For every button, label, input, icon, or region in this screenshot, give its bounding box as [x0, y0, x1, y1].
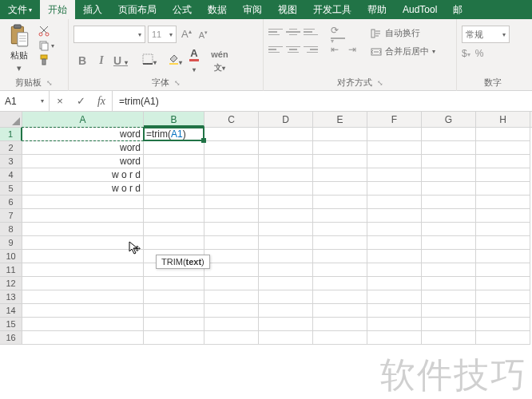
dialog-launcher-icon[interactable]: ⤡ — [377, 79, 383, 87]
cell[interactable] — [204, 155, 259, 168]
cell[interactable] — [204, 304, 259, 318]
cell[interactable] — [259, 155, 313, 168]
merge-center-button[interactable]: 合并后居中 ▾ — [371, 45, 435, 57]
cut-button[interactable] — [38, 26, 54, 37]
cell[interactable] — [367, 304, 422, 318]
cell[interactable] — [259, 236, 313, 250]
formula-input[interactable]: =trim(A1) — [113, 91, 532, 111]
row-header[interactable]: 15 — [0, 318, 22, 331]
underline-button[interactable]: U ▾ — [112, 54, 129, 67]
cell[interactable] — [204, 318, 259, 331]
italic-button[interactable]: I — [93, 54, 110, 67]
cell[interactable] — [422, 263, 476, 277]
cell[interactable] — [259, 182, 313, 196]
cell[interactable] — [144, 155, 204, 168]
cell[interactable] — [367, 209, 422, 223]
cell[interactable]: w o r d — [22, 168, 144, 182]
tab-help[interactable]: 帮助 — [359, 0, 395, 19]
select-all-corner[interactable] — [0, 112, 22, 127]
row-header[interactable]: 8 — [0, 223, 22, 236]
cell[interactable] — [22, 263, 144, 277]
col-header-a[interactable]: A — [22, 112, 144, 127]
cell[interactable] — [476, 182, 530, 196]
cell[interactable] — [476, 128, 530, 141]
cell[interactable] — [259, 223, 313, 236]
cell[interactable] — [22, 290, 144, 304]
cell[interactable] — [144, 331, 204, 345]
cell[interactable] — [422, 209, 476, 223]
cell[interactable] — [144, 318, 204, 331]
col-header-e[interactable]: E — [313, 112, 367, 127]
cell[interactable] — [259, 128, 313, 141]
wrap-text-button[interactable]: 自动换行 — [371, 27, 435, 39]
cell[interactable] — [476, 331, 530, 345]
cell[interactable] — [422, 155, 476, 168]
cell[interactable] — [144, 141, 204, 155]
cell[interactable] — [367, 168, 422, 182]
row-header[interactable]: 1 — [0, 128, 22, 141]
tab-home[interactable]: 开始 — [40, 0, 75, 19]
row-header[interactable]: 3 — [0, 155, 22, 168]
phonetic-button[interactable]: wén文▾ — [211, 47, 228, 73]
cell[interactable] — [313, 209, 367, 223]
dialog-launcher-icon[interactable]: ⤡ — [174, 79, 181, 87]
bold-button[interactable]: B — [73, 54, 91, 67]
cell[interactable] — [367, 128, 422, 141]
cell[interactable] — [313, 250, 367, 263]
cell[interactable] — [144, 209, 204, 223]
cell[interactable] — [144, 182, 204, 196]
cell[interactable] — [204, 263, 259, 277]
cell[interactable] — [144, 196, 204, 209]
cell[interactable] — [476, 263, 530, 277]
cell[interactable] — [313, 277, 367, 290]
format-painter-button[interactable] — [38, 54, 54, 65]
cell[interactable] — [204, 331, 259, 345]
border-button[interactable]: ▾ — [141, 53, 158, 67]
cell[interactable] — [422, 168, 476, 182]
row-header[interactable]: 9 — [0, 236, 22, 250]
cell[interactable] — [367, 182, 422, 196]
cell[interactable] — [422, 318, 476, 331]
cell[interactable] — [204, 182, 259, 196]
cell[interactable]: w o r d — [22, 182, 144, 196]
tab-developer[interactable]: 开发工具 — [305, 0, 359, 19]
copy-button[interactable]: ▾ — [38, 40, 54, 51]
fill-color-button[interactable]: ▾ — [166, 53, 184, 67]
col-header-b[interactable]: B — [144, 112, 204, 127]
tab-audtool[interactable]: AudTool — [395, 0, 445, 19]
row-header[interactable]: 10 — [0, 250, 22, 263]
col-header-f[interactable]: F — [367, 112, 422, 127]
cell[interactable] — [259, 304, 313, 318]
cell[interactable] — [22, 331, 144, 345]
align-left-button[interactable] — [268, 43, 283, 56]
tab-formulas[interactable]: 公式 — [165, 0, 200, 19]
cell[interactable] — [422, 196, 476, 209]
cell[interactable] — [367, 223, 422, 236]
cell[interactable] — [367, 250, 422, 263]
cell[interactable] — [204, 209, 259, 223]
cell[interactable] — [367, 141, 422, 155]
row-header[interactable]: 16 — [0, 331, 22, 345]
col-header-d[interactable]: D — [259, 112, 313, 127]
cell[interactable] — [259, 250, 313, 263]
cell[interactable] — [204, 168, 259, 182]
fill-handle[interactable] — [201, 138, 206, 143]
cell[interactable] — [422, 250, 476, 263]
cell[interactable] — [259, 331, 313, 345]
cell[interactable] — [367, 196, 422, 209]
cell[interactable] — [313, 155, 367, 168]
tab-file[interactable]: 文件▾ — [0, 0, 40, 19]
cell[interactable] — [259, 290, 313, 304]
font-name-combo[interactable]: ▾ — [73, 26, 145, 43]
cell[interactable] — [422, 304, 476, 318]
font-color-button[interactable]: A▾ — [185, 46, 203, 74]
name-box[interactable]: A1▾ — [0, 91, 50, 111]
increase-indent-button[interactable]: ⇥ — [348, 43, 363, 56]
cell[interactable] — [259, 263, 313, 277]
row-header[interactable]: 12 — [0, 277, 22, 290]
cell[interactable] — [144, 168, 204, 182]
cell[interactable] — [204, 223, 259, 236]
cell[interactable] — [367, 277, 422, 290]
cell[interactable]: word — [22, 128, 144, 141]
cell[interactable] — [22, 209, 144, 223]
